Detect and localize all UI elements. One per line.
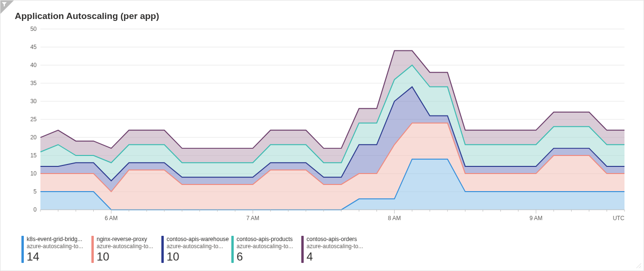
svg-text:6 AM: 6 AM [105, 215, 118, 222]
svg-text:0: 0 [33, 206, 37, 213]
legend-value: 10 [167, 251, 229, 263]
chart-plot[interactable]: 051015202530354045506 AM7 AM8 AM9 AMUTC [24, 24, 629, 223]
svg-line-62 [636, 263, 641, 268]
chart-legend: k8s-event-grid-bridg...azure-autoscaling… [21, 236, 634, 263]
legend-text: contoso-apis-warehouseazure-autoscaling-… [167, 236, 229, 263]
legend-swatch [301, 236, 304, 263]
legend-swatch [91, 236, 94, 263]
legend-name: k8s-event-grid-bridg... [27, 236, 83, 243]
chart-card: Application Autoscaling (per app) 051015… [0, 0, 644, 271]
legend-item[interactable]: contoso-apis-ordersazure-autoscaling-to.… [301, 236, 370, 263]
legend-name: nginx-reverse-proxy [97, 236, 153, 243]
legend-name: contoso-apis-orders [307, 236, 363, 243]
svg-text:35: 35 [30, 80, 37, 87]
legend-text: k8s-event-grid-bridg...azure-autoscaling… [27, 236, 83, 263]
legend-item[interactable]: contoso-apis-warehouseazure-autoscaling-… [161, 236, 230, 263]
resize-grip-icon [635, 262, 642, 269]
chart-title: Application Autoscaling (per app) [15, 11, 159, 21]
svg-text:40: 40 [30, 62, 37, 68]
svg-text:20: 20 [30, 134, 37, 141]
legend-text: contoso-apis-ordersazure-autoscaling-to.… [307, 236, 363, 263]
svg-text:8 AM: 8 AM [388, 215, 401, 222]
svg-text:9 AM: 9 AM [529, 215, 542, 222]
legend-value: 6 [237, 251, 293, 263]
legend-name: contoso-apis-products [237, 236, 293, 243]
svg-text:UTC: UTC [613, 215, 624, 222]
legend-item[interactable]: k8s-event-grid-bridg...azure-autoscaling… [21, 236, 90, 263]
legend-name: contoso-apis-warehouse [167, 236, 229, 243]
legend-swatch [231, 236, 234, 263]
legend-item[interactable]: nginx-reverse-proxyazure-autoscaling-to.… [91, 236, 160, 263]
svg-text:25: 25 [30, 116, 37, 123]
svg-text:7 AM: 7 AM [247, 215, 259, 222]
legend-swatch [161, 236, 164, 263]
svg-text:5: 5 [33, 188, 37, 195]
legend-text: nginx-reverse-proxyazure-autoscaling-to.… [97, 236, 153, 263]
filter-icon [1, 1, 7, 7]
legend-text: contoso-apis-productsazure-autoscaling-t… [237, 236, 293, 263]
legend-sub: azure-autoscaling-to... [27, 243, 83, 250]
legend-swatch [21, 236, 24, 263]
legend-value: 14 [27, 251, 83, 263]
svg-text:15: 15 [30, 152, 37, 159]
filter-corner[interactable] [0, 0, 14, 14]
legend-sub: azure-autoscaling-to... [97, 243, 153, 250]
resize-grip[interactable] [635, 262, 642, 269]
legend-value: 10 [97, 251, 153, 263]
legend-value: 4 [307, 251, 363, 263]
legend-sub: azure-autoscaling-to... [307, 243, 363, 250]
svg-line-64 [641, 268, 641, 268]
svg-text:10: 10 [30, 170, 37, 177]
legend-sub: azure-autoscaling-to... [237, 243, 293, 250]
legend-sub: azure-autoscaling-to... [167, 243, 229, 250]
legend-item[interactable]: contoso-apis-productsazure-autoscaling-t… [231, 236, 300, 263]
svg-text:30: 30 [30, 98, 37, 105]
svg-text:50: 50 [30, 26, 37, 32]
svg-text:45: 45 [30, 44, 37, 50]
